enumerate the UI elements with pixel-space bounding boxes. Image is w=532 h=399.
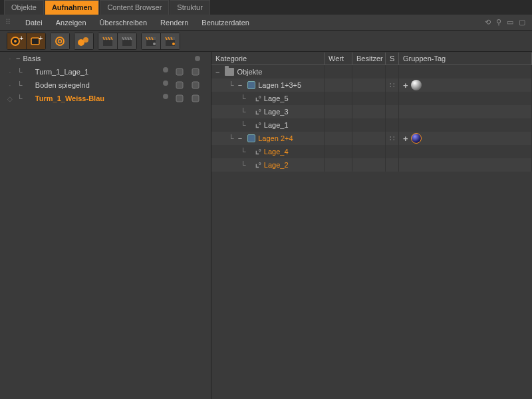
col-header-kategorie[interactable]: Kategorie xyxy=(211,53,325,65)
row-action-icon[interactable] xyxy=(175,67,184,76)
tool-take-add[interactable]: + xyxy=(7,33,26,49)
expander-icon[interactable]: − xyxy=(238,81,245,89)
maximize-icon[interactable]: ▢ xyxy=(519,18,525,27)
selection-slot-icon[interactable]: · xyxy=(4,82,16,89)
toolbar: + + xyxy=(0,31,532,52)
level-icon: ʟ° xyxy=(255,148,261,156)
tab-struktur[interactable]: Struktur xyxy=(170,0,210,15)
drag-handle-icon[interactable]: ⠿ xyxy=(5,18,13,27)
grid-row[interactable]: └−Lagen 2+4∷+ xyxy=(211,132,532,145)
row-action-icon[interactable] xyxy=(175,80,184,90)
svg-text:+: + xyxy=(39,35,43,42)
svg-rect-21 xyxy=(176,82,183,88)
svg-text:+: + xyxy=(19,35,23,42)
level-icon: ʟ° xyxy=(255,162,261,169)
svg-point-6 xyxy=(59,39,62,43)
selection-slot-icon[interactable]: · xyxy=(4,68,16,76)
node-icon xyxy=(247,134,255,142)
top-tabs: Objekte Aufnahmen Content Browser Strukt… xyxy=(0,0,532,15)
row-label: Lagen 2+4 xyxy=(258,134,293,142)
row-label: Lage_3 xyxy=(264,108,289,116)
row-action-icon[interactable] xyxy=(175,94,184,103)
s-dots-icon[interactable]: ∷ xyxy=(390,136,394,140)
branch-icon: └ xyxy=(227,81,235,89)
svg-point-18 xyxy=(172,43,175,45)
menu-anzeigen[interactable]: Anzeigen xyxy=(49,16,93,29)
row-action-icon[interactable] xyxy=(191,94,200,103)
menu-benutzerdaten[interactable]: Benutzerdaten xyxy=(195,16,256,29)
tree-row[interactable]: ◇└ Turm_1_Weiss-Blau xyxy=(0,92,211,105)
svg-point-15 xyxy=(153,43,156,45)
menu-ueberschreiben[interactable]: Überschreiben xyxy=(93,16,154,29)
row-action-icon[interactable] xyxy=(191,80,200,90)
visibility-dot-icon[interactable] xyxy=(163,67,168,72)
tab-aufnahmen[interactable]: Aufnahmen xyxy=(45,0,100,15)
grid-row[interactable]: └ʟ°Lage_4 xyxy=(211,145,532,158)
branch-icon: └ xyxy=(16,68,24,76)
expander-icon[interactable] xyxy=(24,94,35,102)
menu-rendern[interactable]: Rendern xyxy=(154,16,195,29)
tree-item-label: Basis xyxy=(23,55,195,63)
svg-rect-24 xyxy=(192,95,199,102)
tab-objekte[interactable]: Objekte xyxy=(4,0,44,15)
tree-row[interactable]: ·−Basis xyxy=(0,52,211,65)
add-tag-icon[interactable]: + xyxy=(403,80,408,90)
svg-rect-22 xyxy=(192,82,199,88)
branch-icon: └ xyxy=(239,121,247,129)
branch-icon: └ xyxy=(239,148,247,156)
row-label: Lage_4 xyxy=(264,148,289,156)
branch-icon: └ xyxy=(16,81,24,89)
add-tag-icon[interactable]: + xyxy=(403,134,408,144)
s-dots-icon[interactable]: ∷ xyxy=(390,83,394,87)
row-label: Lage_2 xyxy=(264,161,289,169)
minimize-icon[interactable]: ▭ xyxy=(507,18,513,27)
col-header-gruppen-tag[interactable]: Gruppen-Tag xyxy=(399,53,532,65)
window-controls: ⟲ ⚲ ▭ ▢ xyxy=(485,18,532,27)
tool-take-add2[interactable]: + xyxy=(27,33,45,49)
tree-row[interactable]: ·└ Boden spiegelnd xyxy=(0,78,211,92)
tree-item-label: Turm_1_Weiss-Blau xyxy=(35,94,163,102)
expander-icon[interactable]: − xyxy=(238,134,245,142)
grid-row[interactable]: └ʟ°Lage_3 xyxy=(211,105,532,118)
tool-clap-3[interactable] xyxy=(142,33,160,49)
grid-row[interactable]: └ʟ°Lage_2 xyxy=(211,158,532,172)
col-header-wert[interactable]: Wert xyxy=(325,53,352,65)
grid-row[interactable]: └ʟ°Lage_5 xyxy=(211,92,532,105)
left-tree-pane: ·−Basis·└ Turm_1_Lage_1·└ Boden spiegeln… xyxy=(0,52,211,399)
expander-icon[interactable] xyxy=(24,68,35,76)
tool-clap-4[interactable] xyxy=(161,33,180,49)
tool-bubbles[interactable] xyxy=(74,33,93,49)
grid-row[interactable]: └ʟ°Lage_1 xyxy=(211,118,532,132)
visibility-dot-icon[interactable] xyxy=(163,94,168,99)
visibility-dot-icon[interactable] xyxy=(195,56,200,61)
svg-point-5 xyxy=(56,37,64,45)
expander-icon[interactable] xyxy=(24,81,35,89)
tab-content-browser[interactable]: Content Browser xyxy=(100,0,169,15)
menubar: ⠿ Datei Anzeigen Überschreiben Rendern B… xyxy=(0,15,532,31)
expander-icon[interactable]: − xyxy=(16,55,23,63)
tool-clap-2[interactable] xyxy=(118,33,136,49)
tool-clap-1[interactable] xyxy=(98,33,117,49)
selection-slot-icon[interactable]: ◇ xyxy=(4,95,16,102)
tree-row[interactable]: ·└ Turm_1_Lage_1 xyxy=(0,65,211,78)
tree-item-label: Boden spiegelnd xyxy=(35,81,163,89)
svg-rect-9 xyxy=(103,40,112,46)
row-label: Lage_1 xyxy=(264,121,289,129)
row-action-icon[interactable] xyxy=(191,67,200,76)
material-sphere-icon[interactable] xyxy=(411,80,422,90)
selection-slot-icon[interactable]: · xyxy=(4,55,16,63)
material-sphere-icon[interactable] xyxy=(411,133,422,144)
col-header-besitzer[interactable]: Besitzer xyxy=(352,53,386,65)
svg-point-1 xyxy=(14,40,17,43)
grid-row[interactable]: └−Lagen 1+3+5∷+ xyxy=(211,78,532,92)
right-grid-pane: Kategorie Wert Besitzer S Gruppen-Tag −O… xyxy=(211,52,532,399)
col-header-s[interactable]: S xyxy=(386,53,399,65)
expander-icon[interactable]: − xyxy=(215,68,222,76)
visibility-dot-icon[interactable] xyxy=(163,80,168,86)
menu-datei[interactable]: Datei xyxy=(19,16,49,29)
grid-row[interactable]: −Objekte xyxy=(211,65,532,78)
branch-icon: └ xyxy=(239,108,247,116)
tool-ring[interactable] xyxy=(51,33,69,49)
search-icon[interactable]: ⚲ xyxy=(496,18,501,27)
undock-icon[interactable]: ⟲ xyxy=(485,18,491,27)
